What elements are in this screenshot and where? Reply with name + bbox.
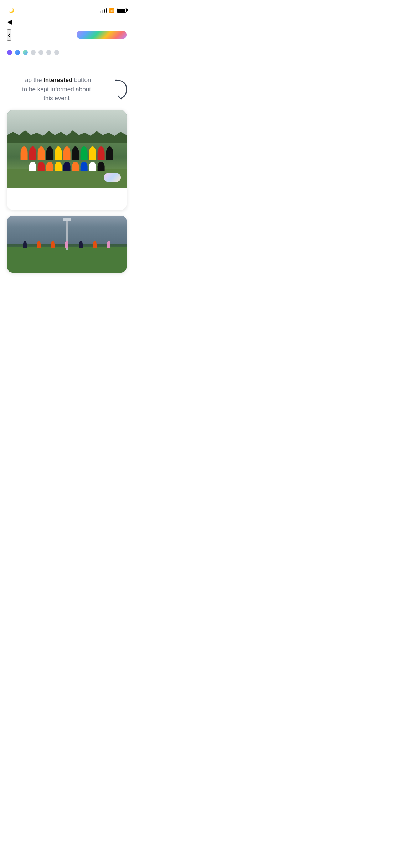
progress-dot-1 (7, 50, 12, 55)
progress-dot-2 (15, 50, 20, 55)
back-arrow-small: ◀ (7, 18, 12, 26)
moon-icon: 🌙 (9, 8, 14, 13)
second-event-image (7, 216, 127, 273)
curved-arrow-icon (112, 78, 130, 100)
battery-icon (117, 8, 127, 13)
event-organizer (13, 196, 121, 202)
status-bar: 🌙 📶 (0, 0, 134, 16)
event-card-1 (7, 110, 127, 210)
progress-dot-4 (31, 50, 36, 55)
event-details-1 (7, 188, 127, 210)
instruction-text: Tap the Interested buttonto be kept info… (4, 76, 109, 103)
app-store-back[interactable]: ◀ (7, 18, 14, 26)
progress-dot-5 (38, 50, 43, 55)
wifi-icon: 📶 (109, 8, 114, 13)
interested-button[interactable] (104, 173, 121, 182)
progress-dot-3 (23, 50, 28, 55)
event-card-2 (7, 216, 127, 273)
second-nav-row: ‹ (0, 28, 134, 45)
instruction-bold: Interested (43, 77, 72, 83)
signal-icon (100, 8, 107, 13)
progress-dot-6 (46, 50, 51, 55)
app-store-nav: ◀ (0, 16, 134, 28)
progress-dots (0, 45, 134, 62)
status-time: 🌙 (7, 8, 14, 13)
continue-button[interactable] (77, 31, 127, 39)
event-image-1 (7, 110, 127, 188)
second-ground (7, 247, 127, 273)
instruction-before: Tap the (22, 77, 44, 83)
back-button[interactable]: ‹ (7, 29, 11, 41)
progress-dot-7 (54, 50, 59, 55)
main-content (0, 62, 134, 66)
instruction-area: Tap the Interested buttonto be kept info… (0, 76, 134, 103)
status-icons: 📶 (100, 8, 127, 13)
